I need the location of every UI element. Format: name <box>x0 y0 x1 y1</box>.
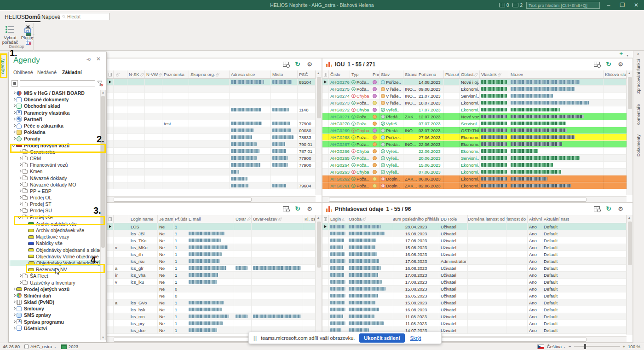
tree-expand-icon[interactable] <box>17 280 22 285</box>
table-row[interactable]: LCSNe1 <box>107 223 316 230</box>
column-header-prio[interactable]: Prio <box>371 70 380 78</box>
tree-expand-icon[interactable] <box>12 313 16 317</box>
tree-item-nab-dky-v-e[interactable]: Nabídky vše <box>10 240 100 246</box>
tree-item-silni-n-da[interactable]: Silniční daň <box>10 292 100 299</box>
windows-count-badge[interactable]: 0 <box>499 3 509 8</box>
table-row[interactable]: 16.08.2023UživatelAnoDefault <box>322 230 627 237</box>
language-selector[interactable]: Čeština⌄ <box>547 344 566 349</box>
zoom-slider-thumb[interactable] <box>584 344 586 349</box>
table-row[interactable]: 85104 <box>107 79 316 86</box>
table-row[interactable]: vlcs_MKoNe1 <box>107 244 316 251</box>
tree-expand-icon[interactable] <box>12 306 16 311</box>
table-row[interactable]: 78833 <box>107 134 316 141</box>
column-header-n-vw[interactable]: N-VW <box>145 70 162 78</box>
column-header-datum-posledn-ho-p-ihl-en[interactable]: Datum posledního přihlášení <box>393 215 439 223</box>
column-header-aktu-ln-nast[interactable]: Aktuální nast <box>542 215 627 223</box>
hide-sharing-link[interactable]: Skrýt <box>410 335 421 341</box>
agendy-tab-nedavne[interactable]: Nedávné <box>37 70 57 75</box>
table-row[interactable]: 17.08.2023UživatelAnoDefault <box>322 237 627 244</box>
tree-expand-icon[interactable] <box>17 163 22 167</box>
column-header-aktivn[interactable]: Aktivní <box>528 215 542 223</box>
tree-item-uz-v-rky-a-inventury[interactable]: Uzávěrky a Inventury <box>10 279 100 286</box>
table-row[interactable]: 16.08.2023UživatelAnoDefault <box>322 265 627 272</box>
tree-expand-icon[interactable] <box>12 300 16 304</box>
table-row[interactable]: AHG0275+Poža..V řeše..INO...09.08.2023Ek… <box>322 86 627 93</box>
table-row[interactable]: lcs_rsuNe1 <box>107 258 316 265</box>
table-row[interactable]: AHG0276+Poža..Poříze..14.08.2023Nové i o… <box>322 79 627 86</box>
column-header-ps[interactable]: PSČ <box>298 70 316 78</box>
column-header-n-zev[interactable]: Název <box>509 70 604 78</box>
column-header-adresa-ulice[interactable]: Adresa ulice <box>230 70 271 78</box>
stop-sharing-button[interactable]: Ukončit sdílení <box>359 333 404 343</box>
table-row[interactable] <box>107 169 316 175</box>
table-row[interactable]: alcs_gfrNe1 <box>107 265 316 272</box>
table-row[interactable]: AHG0273+Poža..V řeše..INO...18.07.2023Ek… <box>322 99 627 106</box>
tree-item-financov-n-voz[interactable]: Financování vozů <box>10 162 100 168</box>
table-search-icon[interactable] <box>593 205 600 212</box>
tree-item-parametry-vlastn-ka[interactable]: Parametry vlastníka <box>10 110 100 116</box>
table-row[interactable]: lcs_ilhNe1 <box>107 251 316 258</box>
tree-item-rezervace-nv[interactable]: Rezervace NV <box>10 266 100 273</box>
table-row[interactable] <box>107 175 316 182</box>
select-all-header[interactable] <box>322 70 329 78</box>
settings-gear-icon[interactable]: ⚙ <box>617 60 624 68</box>
table-row[interactable]: írlcs_vhaNe1 <box>107 272 316 279</box>
tree-item-pp-ebp[interactable]: PP + EBP <box>10 188 100 194</box>
tree-item-p-e-o-z-kazn-ka[interactable]: Péče o zákazníka <box>10 122 100 129</box>
table-row[interactable]: lcs_ronNe1 <box>107 313 316 320</box>
column-header-platnost-do[interactable]: Platnost do <box>506 215 528 223</box>
ribbon-search-input[interactable]: Hledat <box>60 13 109 20</box>
table-row[interactable]: AHG0268+Poža..Poříze..27.06.2023Ekonomi.… <box>322 134 627 141</box>
global-search-input[interactable]: Text pro hledání [Ctrl+Shift+Q] <box>526 2 600 9</box>
tree-expand-icon[interactable] <box>17 274 22 278</box>
pause-icon[interactable]: || <box>253 335 257 341</box>
close-icon[interactable]: ✕ <box>96 56 101 62</box>
column-header-pl-n-ukon[interactable]: Plán.ukon <box>444 70 460 78</box>
agendy-tab-zakladni[interactable]: Základní <box>62 70 82 75</box>
table-row[interactable]: 11.08.2023UživatelAnoDefault <box>322 313 627 320</box>
tree-item-archiv-nab-dek-v-e[interactable]: Archiv nabídek vše <box>10 221 100 227</box>
tree-item-porady[interactable]: Porady <box>10 135 100 142</box>
tree-item-archiv-objedn-vek-v-e[interactable]: Archiv objednávek vše <box>10 227 100 233</box>
tree-expand-icon[interactable] <box>12 104 16 108</box>
table-row[interactable]: 16.08.2023UživatelAnoDefault <box>322 306 627 313</box>
table-row[interactable]: 11.08.2023UživatelAnoDefault <box>322 320 627 327</box>
tree-item-prodej-nov-ch-voz[interactable]: Prodej nových vozů <box>10 142 100 149</box>
table-row[interactable]: AHG0265+Poža..✓Vyřeš..20.06.2023Servisní… <box>322 155 627 162</box>
column-header-login[interactable]: Login△ <box>329 215 347 223</box>
column-header-m-sto[interactable]: Místo <box>271 70 298 78</box>
tree-item-mis-v-heg-dash-board[interactable]: MIS v HeG / DASH BOARD <box>10 90 100 96</box>
column-header-e-mail[interactable]: E mail <box>187 215 234 223</box>
tree-expand-icon[interactable] <box>12 123 16 128</box>
horizontal-scrollbar[interactable] <box>322 196 627 202</box>
table-row[interactable]: lcs_hskNe1 <box>107 306 316 313</box>
tree-item-kmen[interactable]: Kmen <box>10 168 100 175</box>
table-row[interactable]: 15.08.2023UživatelAnoDefault <box>322 244 627 251</box>
tree-expand-icon[interactable] <box>17 208 22 213</box>
tree-expand-icon[interactable] <box>17 169 22 174</box>
tree-item-objedn-vky-voln-objednan-v-e[interactable]: Objednávky Volné objednané (vše) <box>10 253 100 260</box>
tree-item-prodej-su[interactable]: Prodej SU <box>10 207 100 214</box>
column-header-login-name[interactable]: Login name <box>129 215 158 223</box>
vybrat-poradac-button[interactable]: Vybrat pořadač <box>1 25 19 45</box>
table-row[interactable]: 00080 <box>107 127 316 134</box>
select-all-header[interactable] <box>107 215 114 223</box>
table-row[interactable]: lcs_pryNe1 <box>107 320 316 327</box>
refresh-icon[interactable]: ↻ <box>605 205 612 212</box>
table-row[interactable]: 1148 <box>107 106 316 113</box>
table-row[interactable]: 77900 <box>107 155 316 162</box>
vertical-scrollbar[interactable]: ▲ <box>316 215 322 335</box>
table-row[interactable]: AHG0270+Poža..✓Vyřeš..07.07.2023Servisní… <box>322 120 627 127</box>
refresh-icon[interactable]: ↻ <box>294 205 301 212</box>
table-row[interactable]: 17.08.2023AdministrátorAnoDefault <box>322 258 627 265</box>
tree-expand-icon[interactable] <box>12 136 16 141</box>
table-row[interactable]: 16.05.2023UživatelAnoDefault <box>322 292 627 299</box>
dock-tab-zpracovani-funkci[interactable]: Zpracování funkcí <box>636 59 641 94</box>
year-selector[interactable]: 2023 <box>61 344 78 349</box>
tree-expand-icon[interactable] <box>17 195 22 200</box>
tree-expand-icon[interactable] <box>12 143 16 148</box>
table-row[interactable]: AHG0267+Poža..Předá..INO...22.06.2023Eko… <box>322 141 627 148</box>
settings-gear-icon[interactable]: ⚙ <box>306 60 313 68</box>
tree-expand-icon[interactable] <box>12 111 16 115</box>
table-row[interactable]: vlcs_lkuNe1 <box>107 279 316 286</box>
